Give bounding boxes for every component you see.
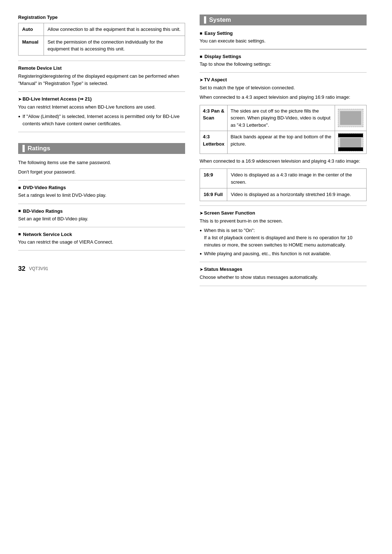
dvd-ratings-title: DVD-Video Ratings — [18, 185, 185, 190]
left-column: Registration Type Auto Allow connection … — [18, 15, 185, 273]
ratings-intro1: The following items use the same passwor… — [18, 159, 185, 166]
tv-aspect-title: TV Aspect — [200, 77, 367, 82]
ratio-169-table: 16:9 Video is displayed as a 4:3 ratio i… — [200, 168, 367, 201]
ratio-169-description: Video is displayed as a 4:3 ratio image … — [227, 169, 367, 188]
tv-aspect-section: TV Aspect Set to match the type of telev… — [200, 77, 367, 201]
table-row: 16:9 Full Video is displayed as a horizo… — [200, 188, 367, 201]
pan-scan-image-cell — [335, 105, 367, 131]
remote-device-list-text: Registering/deregistering of the display… — [18, 73, 185, 87]
system-section-title: System — [209, 16, 231, 24]
band-top — [338, 134, 363, 137]
display-settings-section: Display Settings Tap to show the followi… — [200, 54, 367, 68]
page-code: VQT3V91 — [29, 266, 48, 271]
ratio-169-full-label: 16:9 Full — [200, 188, 227, 201]
letterbox-43-image-cell — [335, 131, 367, 154]
letterbox-43-label: 4:3Letterbox — [200, 131, 228, 154]
network-service-lock-title: Network Service Lock — [18, 232, 185, 237]
aspect-43-table: 4:3 Pan &Scan The sides are cut off so t… — [200, 105, 367, 154]
auto-description: Allow connection to all the equipment th… — [44, 23, 185, 36]
easy-setting-section: Easy Setting You can execute basic setti… — [200, 30, 367, 45]
bd-ratings-section: BD-Video Ratings Set an age limit of BD-… — [18, 208, 185, 223]
ratio-169-full-description: Video is displayed as a horizontally str… — [227, 188, 367, 201]
screen-saver-title: Screen Saver Function — [200, 210, 367, 216]
letterbox-43-description: Black bands appear at the top and bottom… — [228, 131, 335, 154]
table-row: Manual Set the permission of the connect… — [19, 36, 185, 55]
status-messages-text: Choose whether to show status messages a… — [200, 274, 367, 281]
system-section-header: System — [200, 15, 367, 25]
manual-label: Manual — [19, 36, 44, 55]
ratings-section-header: Ratings — [18, 143, 185, 154]
easy-setting-text: You can execute basic settings. — [200, 37, 367, 45]
easy-setting-title: Easy Setting — [200, 30, 367, 36]
screen-saver-section: Screen Saver Function This is to prevent… — [200, 210, 367, 258]
status-messages-section: Status Messages Choose whether to show s… — [200, 266, 367, 281]
screen-saver-text1: This is to prevent burn-in on the screen… — [200, 217, 367, 225]
auto-label: Auto — [19, 23, 44, 36]
pan-scan-image — [338, 109, 363, 127]
bd-ratings-text: Set an age limit of BD-Video play. — [18, 215, 185, 223]
display-settings-title: Display Settings — [200, 54, 367, 59]
ratings-section-title: Ratings — [28, 145, 50, 152]
manual-description: Set the permission of the connection ind… — [44, 36, 185, 55]
page-footer: 32 VQT3V91 — [18, 265, 185, 273]
table-row: 16:9 Video is displayed as a 4:3 ratio i… — [200, 169, 367, 188]
registration-type-section: Registration Type Auto Allow connection … — [18, 15, 185, 56]
letterbox-43-image — [338, 133, 363, 151]
registration-type-title: Registration Type — [18, 15, 185, 20]
status-messages-title: Status Messages — [200, 266, 367, 272]
table-row: 4:3 Pan &Scan The sides are cut off so t… — [200, 105, 367, 131]
bd-ratings-title: BD-Video Ratings — [18, 208, 185, 214]
remote-device-list-section: Remote Device List Registering/deregiste… — [18, 65, 185, 87]
page-number: 32 — [18, 265, 25, 273]
ratio-169-label: 16:9 — [200, 169, 227, 188]
pan-scan-image-inner — [340, 111, 361, 125]
letterbox-inner — [340, 138, 361, 147]
bd-live-section: BD-Live Internet Access (⇒ 21) You can r… — [18, 96, 185, 127]
ratings-intro2: Don't forget your password. — [18, 168, 185, 176]
tv-aspect-text1: Set to match the type of television conn… — [200, 84, 367, 91]
network-service-lock-text: You can restrict the usage of VIERA Conn… — [18, 239, 185, 246]
display-settings-text: Tap to show the following settings: — [200, 61, 367, 68]
registration-type-table: Auto Allow connection to all the equipme… — [18, 23, 185, 56]
bd-live-text: You can restrict Internet access when BD… — [18, 103, 185, 111]
tv-aspect-text2: When connected to a 4:3 aspect televisio… — [200, 94, 367, 101]
band-bottom — [338, 147, 363, 151]
table-row: Auto Allow connection to all the equipme… — [19, 23, 185, 36]
table-row: 4:3Letterbox Black bands appear at the t… — [200, 131, 367, 154]
bd-live-bullet: If "Allow (Limited)" is selected, Intern… — [18, 113, 185, 127]
dvd-ratings-section: DVD-Video Ratings Set a ratings level to… — [18, 185, 185, 199]
network-service-lock-section: Network Service Lock You can restrict th… — [18, 232, 185, 246]
ratings-section: Ratings The following items use the same… — [18, 143, 185, 250]
remote-device-list-title: Remote Device List — [18, 65, 185, 71]
tv-aspect-text3: When connected to a 16:9 widescreen tele… — [200, 158, 367, 165]
bd-live-title: BD-Live Internet Access (⇒ 21) — [18, 96, 185, 102]
dvd-ratings-text: Set a ratings level to limit DVD-Video p… — [18, 192, 185, 199]
screen-saver-bullet2: While playing and pausing, etc., this fu… — [200, 250, 367, 257]
pan-scan-label: 4:3 Pan &Scan — [200, 105, 228, 131]
pan-scan-description: The sides are cut off so the picture fil… — [228, 105, 335, 131]
screen-saver-bullet1: When this is set to "On": If a list of p… — [200, 227, 367, 249]
right-column: System Easy Setting You can execute basi… — [200, 15, 367, 290]
